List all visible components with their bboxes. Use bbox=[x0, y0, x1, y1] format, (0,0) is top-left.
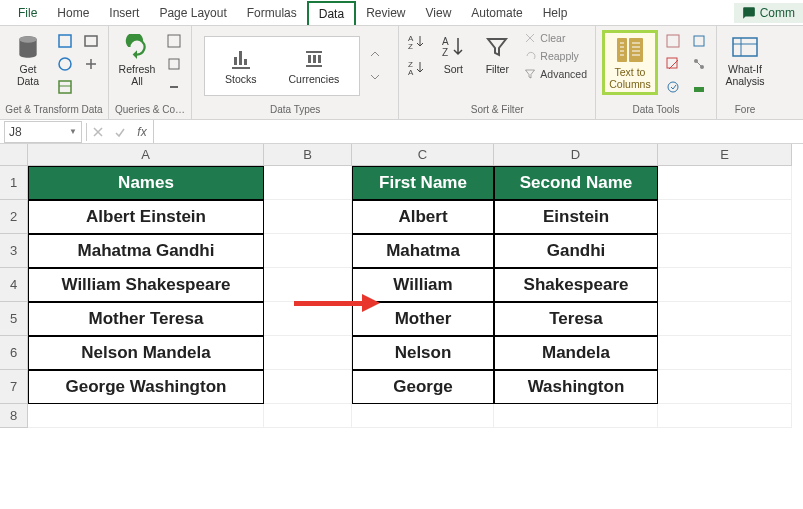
cell-a7[interactable]: George Washington bbox=[28, 370, 264, 404]
cell-e6[interactable] bbox=[658, 336, 792, 370]
relationships-button[interactable] bbox=[688, 53, 710, 75]
cell-d6[interactable]: Mandela bbox=[494, 336, 658, 370]
advanced-filter-button[interactable]: Advanced bbox=[521, 66, 589, 82]
cell-d8[interactable] bbox=[494, 404, 658, 428]
from-web-button[interactable] bbox=[54, 53, 76, 75]
cell-c6[interactable]: Nelson bbox=[352, 336, 494, 370]
cell-e2[interactable] bbox=[658, 200, 792, 234]
filter-button[interactable]: Filter bbox=[477, 30, 517, 78]
recent-sources-button[interactable] bbox=[80, 30, 102, 52]
cell-b6[interactable] bbox=[264, 336, 352, 370]
sort-button[interactable]: AZ Sort bbox=[433, 30, 473, 78]
properties-button[interactable] bbox=[163, 53, 185, 75]
cell-a4[interactable]: William Shakespeare bbox=[28, 268, 264, 302]
cell-a3[interactable]: Mahatma Gandhi bbox=[28, 234, 264, 268]
svg-text:Z: Z bbox=[408, 42, 413, 51]
cell-b3[interactable] bbox=[264, 234, 352, 268]
stocks-button[interactable]: Stocks bbox=[219, 45, 263, 87]
col-header-d[interactable]: D bbox=[494, 144, 658, 166]
row-header-2[interactable]: 2 bbox=[0, 200, 28, 234]
enter-formula-button[interactable] bbox=[109, 121, 131, 143]
tab-page-layout[interactable]: Page Layout bbox=[149, 2, 236, 24]
flash-fill-button[interactable] bbox=[662, 30, 684, 52]
cell-e3[interactable] bbox=[658, 234, 792, 268]
col-header-c[interactable]: C bbox=[352, 144, 494, 166]
cell-a2[interactable]: Albert Einstein bbox=[28, 200, 264, 234]
edit-links-button[interactable] bbox=[163, 76, 185, 98]
cell-d3[interactable]: Gandhi bbox=[494, 234, 658, 268]
row-header-8[interactable]: 8 bbox=[0, 404, 28, 428]
row-header-1[interactable]: 1 bbox=[0, 166, 28, 200]
cell-a8[interactable] bbox=[28, 404, 264, 428]
cell-d2[interactable]: Einstein bbox=[494, 200, 658, 234]
cell-b7[interactable] bbox=[264, 370, 352, 404]
text-to-columns-button[interactable]: Text to Columns bbox=[602, 30, 658, 95]
currencies-button[interactable]: Currencies bbox=[283, 45, 346, 87]
formula-input[interactable] bbox=[153, 120, 803, 143]
comments-button[interactable]: Comm bbox=[734, 3, 803, 23]
cell-d4[interactable]: Shakespeare bbox=[494, 268, 658, 302]
cell-c7[interactable]: George bbox=[352, 370, 494, 404]
tab-review[interactable]: Review bbox=[356, 2, 415, 24]
cell-a1[interactable]: Names bbox=[28, 166, 264, 200]
row-header-5[interactable]: 5 bbox=[0, 302, 28, 336]
tab-formulas[interactable]: Formulas bbox=[237, 2, 307, 24]
reapply-filter-button[interactable]: Reapply bbox=[521, 48, 589, 64]
remove-duplicates-button[interactable] bbox=[662, 53, 684, 75]
tab-insert[interactable]: Insert bbox=[99, 2, 149, 24]
from-table-button[interactable] bbox=[54, 76, 76, 98]
tab-data[interactable]: Data bbox=[307, 1, 356, 25]
cell-b2[interactable] bbox=[264, 200, 352, 234]
row-header-4[interactable]: 4 bbox=[0, 268, 28, 302]
cell-b5[interactable] bbox=[264, 302, 352, 336]
cell-c5[interactable]: Mother bbox=[352, 302, 494, 336]
from-text-button[interactable] bbox=[54, 30, 76, 52]
name-box[interactable]: J8 ▼ bbox=[4, 121, 82, 143]
cell-c4[interactable]: William bbox=[352, 268, 494, 302]
cell-a6[interactable]: Nelson Mandela bbox=[28, 336, 264, 370]
existing-connections-button[interactable] bbox=[80, 53, 102, 75]
get-data-button[interactable]: Get Data bbox=[6, 30, 50, 89]
cell-d1[interactable]: Second Name bbox=[494, 166, 658, 200]
datatype-up-button[interactable] bbox=[364, 43, 386, 65]
sort-asc-button[interactable]: AZ bbox=[405, 30, 429, 54]
col-header-a[interactable]: A bbox=[28, 144, 264, 166]
tab-view[interactable]: View bbox=[416, 2, 462, 24]
consolidate-button[interactable] bbox=[688, 30, 710, 52]
sort-desc-button[interactable]: ZA bbox=[405, 56, 429, 80]
clear-filter-button[interactable]: Clear bbox=[521, 30, 589, 46]
cell-b1[interactable] bbox=[264, 166, 352, 200]
cell-e1[interactable] bbox=[658, 166, 792, 200]
tab-home[interactable]: Home bbox=[47, 2, 99, 24]
cancel-formula-button[interactable] bbox=[87, 121, 109, 143]
cell-c1[interactable]: First Name bbox=[352, 166, 494, 200]
cell-c3[interactable]: Mahatma bbox=[352, 234, 494, 268]
manage-data-model-button[interactable] bbox=[688, 76, 710, 98]
tab-automate[interactable]: Automate bbox=[461, 2, 532, 24]
select-all-corner[interactable] bbox=[0, 144, 28, 166]
queries-pane-button[interactable] bbox=[163, 30, 185, 52]
datatype-down-button[interactable] bbox=[364, 66, 386, 88]
tab-help[interactable]: Help bbox=[533, 2, 578, 24]
cell-c2[interactable]: Albert bbox=[352, 200, 494, 234]
data-validation-button[interactable] bbox=[662, 76, 684, 98]
row-header-3[interactable]: 3 bbox=[0, 234, 28, 268]
cell-e4[interactable] bbox=[658, 268, 792, 302]
col-header-b[interactable]: B bbox=[264, 144, 352, 166]
col-header-e[interactable]: E bbox=[658, 144, 792, 166]
fx-button[interactable]: fx bbox=[131, 121, 153, 143]
cell-a5[interactable]: Mother Teresa bbox=[28, 302, 264, 336]
whatif-button[interactable]: What-If Analysis bbox=[723, 30, 767, 89]
refresh-all-button[interactable]: Refresh All bbox=[115, 30, 159, 89]
tab-file[interactable]: File bbox=[8, 2, 47, 24]
row-header-6[interactable]: 6 bbox=[0, 336, 28, 370]
cell-e8[interactable] bbox=[658, 404, 792, 428]
cell-e5[interactable] bbox=[658, 302, 792, 336]
cell-c8[interactable] bbox=[352, 404, 494, 428]
cell-d7[interactable]: Washington bbox=[494, 370, 658, 404]
cell-d5[interactable]: Teresa bbox=[494, 302, 658, 336]
cell-e7[interactable] bbox=[658, 370, 792, 404]
cell-b8[interactable] bbox=[264, 404, 352, 428]
row-header-7[interactable]: 7 bbox=[0, 370, 28, 404]
cell-b4[interactable] bbox=[264, 268, 352, 302]
